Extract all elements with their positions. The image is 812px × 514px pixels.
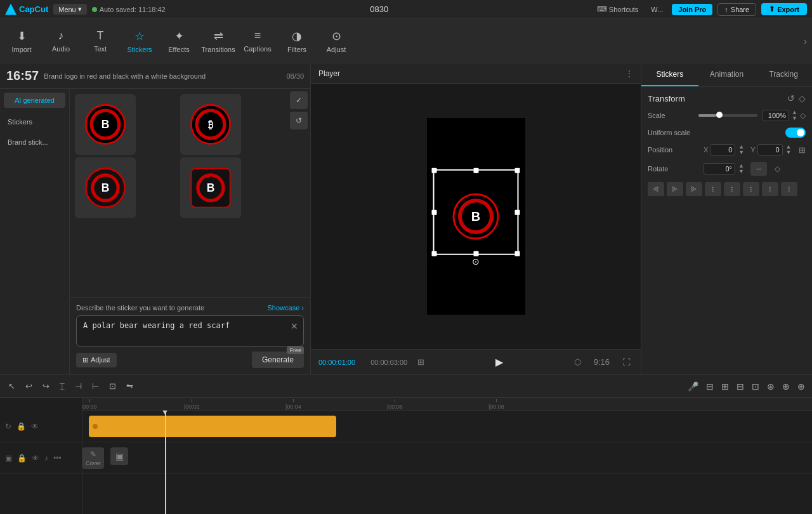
link-axes-icon[interactable]: ⊞ <box>799 145 806 155</box>
uniform-scale-toggle[interactable] <box>785 128 806 138</box>
sticker-item-1[interactable]: B <box>75 94 136 155</box>
rotate-keyframe-icon[interactable]: ◇ <box>775 164 780 173</box>
rotate-value-input[interactable] <box>704 163 735 175</box>
track2-more-icon[interactable]: ••• <box>52 452 63 464</box>
check-action[interactable]: ✓ <box>290 91 308 109</box>
align-left-button[interactable]: ⫷ <box>648 182 664 196</box>
x-down-button[interactable]: ▼ <box>737 150 745 155</box>
flip-button[interactable]: ⇋ <box>123 379 136 393</box>
scale-input[interactable] <box>763 110 789 121</box>
handle-top-right[interactable] <box>515 168 520 173</box>
align-top-button[interactable]: ⫶ <box>705 182 721 196</box>
redo-button[interactable]: ↪ <box>39 379 53 393</box>
tab-stickers[interactable]: Stickers <box>641 63 698 86</box>
select-tool[interactable]: ↖ <box>5 379 18 393</box>
toolbar-more-icon[interactable]: › <box>801 36 809 46</box>
ratio-display[interactable]: 9:16 <box>591 356 612 368</box>
handle-bottom-middle[interactable] <box>473 251 478 256</box>
tl-icon4[interactable]: ⊡ <box>750 379 761 393</box>
align-dist-v-button[interactable]: ⫶ <box>781 182 797 196</box>
handle-top-middle[interactable] <box>473 168 478 173</box>
adjust-button[interactable]: ⊞ Adjust <box>76 353 117 367</box>
sticker-item-2[interactable]: ₿ <box>180 94 241 155</box>
cover-clip[interactable]: ✎ Cover <box>82 447 104 469</box>
showcase-link[interactable]: Showcase › <box>268 304 304 312</box>
scale-slider[interactable] <box>698 114 757 117</box>
refresh-action[interactable]: ↺ <box>290 112 308 129</box>
generate-input[interactable] <box>83 321 280 339</box>
tab-animation[interactable]: Animation <box>698 63 756 86</box>
track2-video-icon[interactable]: ▣ <box>4 452 13 464</box>
align-bottom-button[interactable]: ⫶ <box>743 182 759 196</box>
track2-row: ✎ Cover ▣ <box>82 442 812 474</box>
handle-middle-left[interactable] <box>432 209 437 214</box>
mic-icon[interactable]: 🎤 <box>686 379 700 393</box>
tl-icon6[interactable]: ⊕ <box>780 379 792 393</box>
tl-icon2[interactable]: ⊞ <box>719 379 731 393</box>
delete-button[interactable]: ⊡ <box>106 379 119 393</box>
sticker-item-4[interactable]: B <box>180 157 241 218</box>
player-menu-icon[interactable]: ⋮ <box>625 69 633 78</box>
clear-input-button[interactable]: ✕ <box>291 321 298 331</box>
x-input[interactable] <box>710 144 735 155</box>
stickers-tab[interactable]: Stickers <box>1 113 68 131</box>
scale-keyframe-icon[interactable]: ◇ <box>800 111 806 120</box>
workspace-button[interactable]: W... <box>647 4 667 15</box>
split-tool[interactable]: ⌶ <box>56 379 68 393</box>
rotate-down-button[interactable]: ▼ <box>737 169 745 175</box>
sticker-item-3[interactable]: B <box>75 157 136 218</box>
handle-middle-right[interactable] <box>515 209 520 214</box>
trim-left-button[interactable]: ⊣ <box>72 379 85 393</box>
tl-icon3[interactable]: ⊟ <box>735 379 746 393</box>
film-clip[interactable]: ▣ <box>110 447 128 465</box>
y-down-button[interactable]: ▼ <box>785 150 793 155</box>
tool-text[interactable]: T Text <box>81 22 119 61</box>
tool-effects[interactable]: ✦ Effects <box>160 22 198 61</box>
tool-import[interactable]: ⬇ Import <box>3 22 41 61</box>
share-button[interactable]: ↑ Share <box>717 3 756 16</box>
track1-eye-icon[interactable]: 👁 <box>30 421 40 432</box>
align-center-v-button[interactable]: ⫶ <box>724 182 740 196</box>
track1-lock-icon[interactable]: 🔒 <box>15 421 27 432</box>
menu-button[interactable]: Menu ▾ <box>53 4 87 15</box>
rotate-handle[interactable]: ⊙ <box>472 256 480 267</box>
track2-lock-icon[interactable]: 🔒 <box>16 452 28 464</box>
scale-slider-thumb[interactable] <box>716 112 723 118</box>
keyframe-icon[interactable]: ◇ <box>799 93 806 103</box>
screenshot-icon[interactable]: ⬡ <box>572 356 584 368</box>
track1-loop-icon[interactable]: ↻ <box>4 421 13 432</box>
tool-filters[interactable]: ◑ Filters <box>278 22 316 61</box>
sticker-clip[interactable] <box>89 416 336 437</box>
grid-view-icon[interactable]: ⊞ <box>415 356 427 368</box>
fullscreen-icon[interactable]: ⛶ <box>620 356 633 368</box>
play-button[interactable]: ▶ <box>495 356 503 368</box>
scale-down-button[interactable]: ▼ <box>790 115 799 121</box>
track2-audio-icon[interactable]: ♪ <box>43 452 49 464</box>
flip-horizontal-button[interactable]: ↔ <box>750 162 767 176</box>
tool-transitions[interactable]: ⇌ Transitions <box>199 22 237 61</box>
reset-icon[interactable]: ↺ <box>787 93 795 103</box>
tool-captions[interactable]: ≡ Captions <box>239 22 277 61</box>
handle-bottom-right[interactable] <box>515 251 520 256</box>
handle-top-left[interactable] <box>432 168 437 173</box>
align-dist-h-button[interactable]: ⫶ <box>762 182 778 196</box>
tool-adjust[interactable]: ⊙ Adjust <box>317 22 355 61</box>
undo-button[interactable]: ↩ <box>22 379 36 393</box>
export-button[interactable]: ⬆ Export <box>761 3 807 15</box>
tool-stickers[interactable]: ☆ Stickers <box>121 22 159 61</box>
shortcuts-button[interactable]: ⌨ Shortcuts <box>593 4 642 15</box>
ai-generated-tab[interactable]: AI generated <box>4 93 65 108</box>
align-right-button[interactable]: ⫸ <box>686 182 702 196</box>
handle-bottom-left[interactable] <box>432 251 437 256</box>
tab-tracking[interactable]: Tracking <box>755 63 812 86</box>
tl-icon5[interactable]: ⊛ <box>765 379 776 393</box>
tl-icon1[interactable]: ⊟ <box>704 379 716 393</box>
trim-right-button[interactable]: ⊢ <box>89 379 102 393</box>
brand-sticker-tab[interactable]: Brand stick... <box>1 133 68 151</box>
tl-icon7[interactable]: ⊕ <box>796 379 807 393</box>
y-input[interactable] <box>757 144 783 155</box>
join-pro-button[interactable]: Join Pro <box>672 4 712 15</box>
track2-eye-icon[interactable]: 👁 <box>30 452 41 464</box>
tool-audio[interactable]: ♪ Audio <box>42 22 80 61</box>
align-center-h-button[interactable]: ⫸ <box>667 182 683 196</box>
